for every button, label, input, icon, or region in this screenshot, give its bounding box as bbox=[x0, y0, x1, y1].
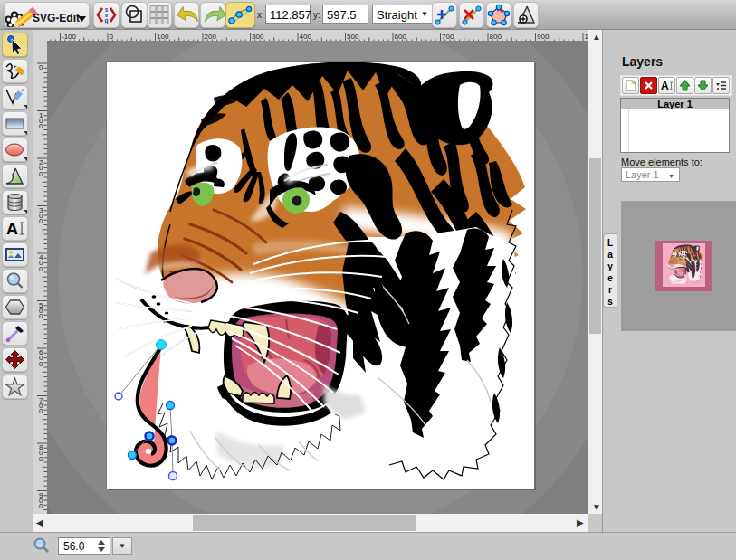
svg-text:0: 0 bbox=[39, 265, 43, 273]
svg-text:100: 100 bbox=[157, 33, 169, 41]
svg-text:300: 300 bbox=[252, 33, 264, 41]
svg-text:A: A bbox=[661, 80, 669, 92]
svg-text:400: 400 bbox=[300, 33, 312, 41]
svg-text:200: 200 bbox=[205, 33, 217, 41]
svg-text:500: 500 bbox=[347, 33, 359, 41]
svg-text:0: 0 bbox=[39, 360, 43, 368]
svg-text:0: 0 bbox=[39, 63, 43, 71]
svg-text:0: 0 bbox=[39, 217, 43, 225]
svg-text:900: 900 bbox=[537, 33, 550, 41]
svg-text:0: 0 bbox=[39, 502, 43, 510]
svg-text:0: 0 bbox=[39, 455, 43, 463]
svg-text:600: 600 bbox=[395, 33, 407, 41]
svg-text:A: A bbox=[6, 220, 18, 238]
svg-text:0: 0 bbox=[39, 122, 43, 130]
svg-text:800: 800 bbox=[490, 33, 502, 41]
svg-text:-100: -100 bbox=[62, 33, 77, 41]
svg-text:SVG-Edit: SVG-Edit bbox=[33, 12, 80, 24]
svg-text:g: g bbox=[105, 17, 109, 24]
svg-text:0: 0 bbox=[39, 312, 43, 320]
svg-text:0: 0 bbox=[39, 407, 43, 415]
svg-text:0: 0 bbox=[39, 170, 43, 178]
svg-text:700: 700 bbox=[442, 33, 454, 41]
svg-text:0: 0 bbox=[110, 33, 114, 41]
